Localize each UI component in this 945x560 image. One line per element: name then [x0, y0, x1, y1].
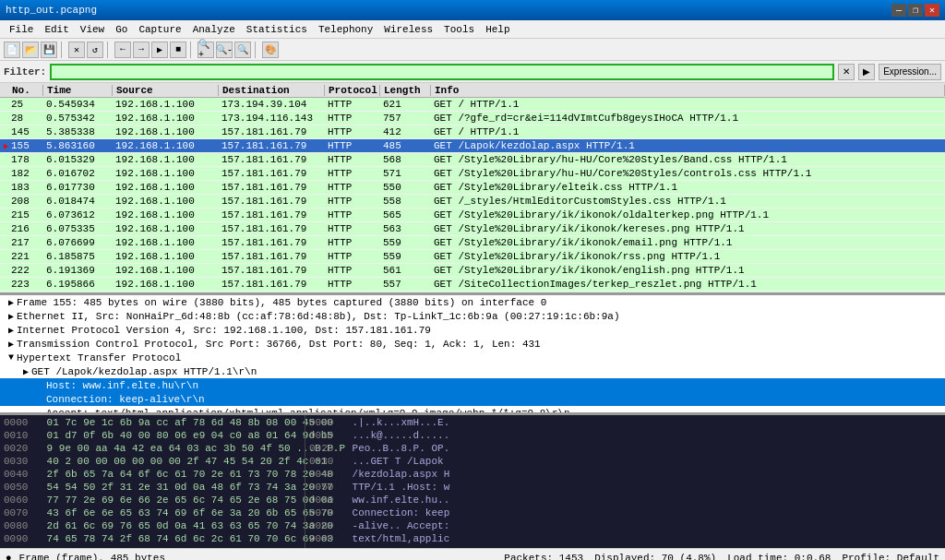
hex-left-row: 0050 54 54 50 2f 31 2e 31 0d 0a 48 6f 73… — [4, 482, 301, 494]
menu-item-view[interactable]: View — [75, 23, 110, 36]
hex-right-row: 0020 Peo..B..8.P. OP. — [309, 443, 941, 456]
hex-left: 0000 01 7c 9e 1c 6b 9a cc af 78 6d 48 8b… — [0, 415, 305, 548]
table-row[interactable]: 1836.017730192.168.1.100157.181.161.79HT… — [0, 181, 945, 195]
expand-icon[interactable]: ▶ — [6, 311, 17, 322]
detail-text: Accept: text/html,application/xhtml+xml,… — [46, 408, 570, 416]
row-src: 192.168.1.100 — [112, 126, 218, 137]
hex-ascii: Peo..B..8.P. OP. — [353, 443, 450, 454]
menu-item-wireless[interactable]: Wireless — [378, 23, 438, 36]
menu-item-analyze[interactable]: Analyze — [187, 23, 241, 36]
toolbar: 📄 📂 💾 ✕ ↺ ← → ▶ ■ 🔍+ 🔍- 🔍 🎨 — [0, 39, 945, 61]
filter-input[interactable]: http.request.method=="GET" — [50, 64, 834, 80]
detail-row[interactable]: Connection: keep-alive\r\n — [0, 392, 945, 406]
table-row[interactable]: 2216.185875192.168.1.100157.181.161.79HT… — [0, 250, 945, 264]
row-info: GET /Style%20Library/ik/ikonok/kereses.p… — [430, 223, 945, 234]
menu-item-telephony[interactable]: Telephony — [313, 23, 378, 36]
row-src: 192.168.1.100 — [112, 265, 218, 276]
row-no: 215 — [7, 209, 42, 220]
row-info: GET / HTTP/1.1 — [430, 99, 945, 110]
close-button[interactable]: ✕ — [925, 4, 939, 17]
hex-right: 0000 .|..k...xmH...E.0010 ...k@.....d...… — [305, 415, 945, 548]
detail-row[interactable]: ▼Hypertext Transfer Protocol — [0, 351, 945, 364]
hex-left-row: 0080 2d 61 6c 69 76 65 0d 0a 41 63 63 65… — [4, 520, 301, 533]
table-row[interactable]: 2156.073612192.168.1.100157.181.161.79HT… — [0, 209, 945, 222]
table-row[interactable]: 2166.075335192.168.1.100157.181.161.79HT… — [0, 222, 945, 236]
toolbar-btn-zoom-in[interactable]: 🔍+ — [197, 42, 214, 58]
hex-left-row: 0020 9 9e 00 aa 4a 42 ea 64 03 ac 3b 50 … — [4, 443, 301, 456]
row-src: 192.168.1.100 — [112, 292, 218, 295]
toolbar-btn-close[interactable]: ✕ — [68, 42, 85, 58]
table-row[interactable]: 2246.196355192.168.1.100157.181.161.79HT… — [0, 292, 945, 295]
menu-item-help[interactable]: Help — [480, 23, 515, 36]
row-proto: HTTP — [324, 140, 379, 151]
toolbar-btn-stop[interactable]: ■ — [170, 42, 186, 58]
row-src: 192.168.1.100 — [112, 140, 218, 151]
menu-item-statistics[interactable]: Statistics — [241, 23, 313, 36]
toolbar-btn-zoom-fit[interactable]: 🔍 — [234, 42, 251, 58]
toolbar-btn-save[interactable]: 💾 — [41, 42, 57, 58]
detail-row[interactable]: ▶Internet Protocol Version 4, Src: 192.1… — [0, 323, 945, 337]
table-row[interactable]: 2176.076699192.168.1.100157.181.161.79HT… — [0, 236, 945, 250]
hex-addr: 0040 — [4, 469, 41, 480]
toolbar-btn-back[interactable]: ← — [114, 42, 131, 58]
hex-addr: 0080 — [309, 520, 346, 531]
expand-icon[interactable]: ▶ — [6, 339, 17, 350]
table-row[interactable]: 1455.385338192.168.1.100157.181.161.79HT… — [0, 125, 945, 139]
filter-clear-button[interactable]: ✕ — [838, 64, 855, 80]
row-dst: 173.194.116.143 — [218, 113, 324, 124]
minimize-button[interactable]: — — [891, 4, 906, 17]
expand-icon[interactable]: ▼ — [6, 352, 17, 363]
row-len: 559 — [379, 251, 430, 262]
table-row[interactable]: 280.575342192.168.1.100173.194.116.143HT… — [0, 112, 945, 125]
expand-icon[interactable]: ▶ — [6, 297, 17, 308]
status-profile: Profile: Default — [842, 553, 939, 561]
detail-row[interactable]: ▶Ethernet II, Src: NonHaiPr_6d:48:8b (cc… — [0, 309, 945, 323]
menu-item-file[interactable]: File — [4, 23, 39, 36]
row-len: 485 — [379, 140, 430, 151]
detail-row[interactable]: ▶GET /Lapok/kezdolap.aspx HTTP/1.1\r\n — [0, 364, 945, 378]
expand-icon[interactable]: ▶ — [20, 366, 31, 377]
detail-row[interactable]: ▶Frame 155: 485 bytes on wire (3880 bits… — [0, 295, 945, 309]
expand-icon[interactable]: ▶ — [6, 325, 17, 336]
toolbar-btn-go[interactable]: ▶ — [151, 42, 168, 58]
table-row[interactable]: ▶1555.863160192.168.1.100157.181.161.79H… — [0, 139, 945, 153]
table-row[interactable]: 2226.191369192.168.1.100157.181.161.79HT… — [0, 264, 945, 278]
detail-row[interactable]: ▶Transmission Control Protocol, Src Port… — [0, 337, 945, 351]
row-src: 192.168.1.100 — [112, 209, 218, 220]
toolbar-btn-fwd[interactable]: → — [133, 42, 150, 58]
hex-ascii: text/html,applic — [353, 533, 450, 544]
row-proto: HTTP — [324, 182, 379, 193]
maximize-button[interactable]: ❐ — [908, 4, 923, 17]
menu-item-tools[interactable]: Tools — [438, 23, 480, 36]
row-dst: 157.181.161.79 — [218, 251, 324, 262]
hex-addr: 0070 — [309, 507, 346, 518]
toolbar-btn-zoom-out[interactable]: 🔍- — [216, 42, 233, 58]
row-len: 563 — [379, 223, 430, 234]
detail-row[interactable]: Host: www.inf.elte.hu\r\n — [0, 378, 945, 392]
row-len: 571 — [379, 168, 430, 179]
table-row[interactable]: 1826.016702192.168.1.100157.181.161.79HT… — [0, 167, 945, 181]
toolbar-btn-new[interactable]: 📄 — [4, 42, 20, 58]
toolbar-btn-color[interactable]: 🎨 — [262, 42, 279, 58]
menu-item-edit[interactable]: Edit — [39, 23, 74, 36]
table-row[interactable]: 1786.015329192.168.1.100157.181.161.79HT… — [0, 153, 945, 167]
menu-item-go[interactable]: Go — [110, 23, 133, 36]
menu-item-capture[interactable]: Capture — [133, 23, 186, 36]
hex-bytes: 2f 6b 65 7a 64 6f 6c 61 70 2e 61 73 70 7… — [47, 469, 333, 480]
row-src: 192.168.1.100 — [112, 196, 218, 207]
hex-addr: 0090 — [4, 533, 41, 544]
table-row[interactable]: 2236.195866192.168.1.100157.181.161.79HT… — [0, 278, 945, 292]
hex-ascii: .|..k...xmH...E. — [353, 417, 450, 428]
row-time: 6.016702 — [42, 168, 112, 179]
status-load-time: Load time: 0:0.68 — [727, 553, 831, 561]
table-row[interactable]: 250.545934192.168.1.100173.194.39.104HTT… — [0, 98, 945, 112]
hex-addr: 0020 — [309, 443, 346, 454]
filter-expression-button[interactable]: Expression... — [879, 64, 941, 80]
filter-apply-button[interactable]: ▶ — [858, 64, 875, 80]
toolbar-btn-open[interactable]: 📂 — [22, 42, 39, 58]
header-time: Time — [43, 85, 113, 96]
toolbar-btn-reload[interactable]: ↺ — [87, 42, 103, 58]
detail-row[interactable]: Accept: text/html,application/xhtml+xml,… — [0, 406, 945, 415]
packet-rows: 250.545934192.168.1.100173.194.39.104HTT… — [0, 98, 945, 295]
table-row[interactable]: 2086.018474192.168.1.100157.181.161.79HT… — [0, 195, 945, 209]
